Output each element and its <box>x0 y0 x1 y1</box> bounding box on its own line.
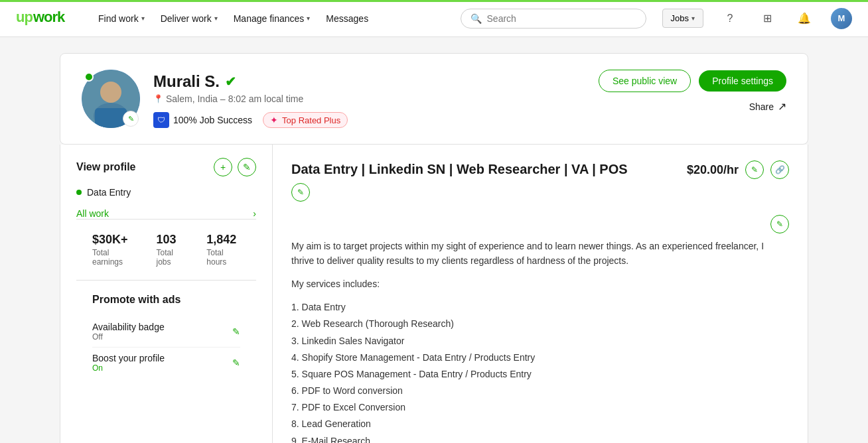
job-title-left: Data Entry | Linkedin SN | Web Researche… <box>291 160 628 202</box>
view-profile-section: View profile + ✎ Data Entry All work › <box>76 158 256 219</box>
profile-info: Murali S. ✔ 📍 Salem, India – 8:02 am loc… <box>153 70 348 128</box>
chevron-down-icon: ▾ <box>141 15 145 22</box>
bio-section: ✎ My aim is to target projects within my… <box>291 212 789 443</box>
service-item-4: 4. Shopify Store Management - Data Entry… <box>291 349 789 366</box>
content-grid: View profile + ✎ Data Entry All work › <box>60 145 808 443</box>
job-title-row: Data Entry | Linkedin SN | Web Researche… <box>291 160 789 202</box>
profile-header: ✎ Murali S. ✔ 📍 Salem, India – 8:02 am l… <box>82 70 786 128</box>
sidebar: View profile + ✎ Data Entry All work › <box>60 145 273 443</box>
service-item-2: 2. Web Research (Thorough Research) <box>291 316 789 332</box>
nav-deliver-work[interactable]: Deliver work ▾ <box>154 9 224 28</box>
see-public-view-button[interactable]: See public view <box>599 70 691 92</box>
service-item-1: 1. Data Entry <box>291 299 789 316</box>
nav-find-work[interactable]: Find work ▾ <box>92 9 151 28</box>
navbar: up work Find work ▾ Deliver work ▾ Manag… <box>0 0 868 37</box>
promote-section: Promote with ads Availability badge Off … <box>76 280 256 391</box>
job-rate-row: $20.00/hr ✎ 🔗 <box>687 160 789 179</box>
shield-icon: 🛡 <box>153 112 169 128</box>
share-icon: ↗ <box>778 100 786 113</box>
nav-messages[interactable]: Messages <box>319 9 375 28</box>
share-button[interactable]: Share ↗ <box>749 100 786 113</box>
location-icon: 📍 <box>153 94 163 103</box>
page-container: ✎ Murali S. ✔ 📍 Salem, India – 8:02 am l… <box>49 53 819 443</box>
svg-rect-5 <box>95 108 127 128</box>
top-rated-badge: ✦ Top Rated Plus <box>263 112 348 128</box>
search-bar[interactable]: 🔍 <box>461 9 646 29</box>
user-avatar[interactable]: M <box>831 8 852 29</box>
stats-row: $30K+ Total earnings 103 Total jobs 1,84… <box>76 219 256 280</box>
bio-intro: My aim is to target projects within my s… <box>291 239 789 269</box>
chevron-down-icon: ▾ <box>307 15 310 22</box>
job-title: Data Entry | Linkedin SN | Web Researche… <box>291 160 628 178</box>
grid-icon[interactable]: ⊞ <box>757 8 778 29</box>
edit-profile-button[interactable]: ✎ <box>238 158 256 176</box>
service-item-9: 9. E-Mail Research <box>291 433 789 443</box>
availability-edit-icon[interactable]: ✎ <box>232 326 240 337</box>
title-edit-button[interactable]: ✎ <box>291 183 310 202</box>
main-content: Data Entry | Linkedin SN | Web Researche… <box>273 145 808 443</box>
search-icon: 🔍 <box>470 13 482 24</box>
all-work-link[interactable]: All work › <box>76 208 256 219</box>
svg-text:work: work <box>33 9 66 25</box>
sidebar-profile-item: Data Entry <box>76 184 256 200</box>
search-input[interactable] <box>487 13 636 24</box>
chevron-down-icon: ▾ <box>214 15 218 22</box>
service-item-8: 8. Lead Generation <box>291 416 789 432</box>
job-rate: $20.00/hr <box>687 163 739 177</box>
profile-left: ✎ Murali S. ✔ 📍 Salem, India – 8:02 am l… <box>82 70 348 128</box>
chevron-right-icon: › <box>253 208 256 219</box>
rate-edit-button[interactable]: ✎ <box>745 160 764 179</box>
profile-actions: See public view Profile settings Share ↗ <box>599 70 786 113</box>
bio-edit-button[interactable]: ✎ <box>770 215 789 233</box>
online-indicator <box>84 72 94 82</box>
help-icon[interactable]: ? <box>719 8 741 29</box>
verified-badge: ✔ <box>225 74 236 90</box>
nav-links: Find work ▾ Deliver work ▾ Manage financ… <box>92 9 375 28</box>
action-buttons: See public view Profile settings <box>599 70 786 92</box>
total-earnings-stat: $30K+ Total earnings <box>92 233 135 267</box>
service-item-7: 7. PDF to Excel Conversion <box>291 399 789 416</box>
upwork-logo[interactable]: up work <box>16 7 76 30</box>
profile-card: ✎ Murali S. ✔ 📍 Salem, India – 8:02 am l… <box>60 53 808 145</box>
service-item-3: 3. Linkedin Sales Navigator <box>291 333 789 349</box>
boost-profile-item: Boost your profile On ✎ <box>92 348 240 378</box>
service-item-5: 5. Square POS Management - Data Entry / … <box>291 366 789 383</box>
profile-location: 📍 Salem, India – 8:02 am local time <box>153 94 348 104</box>
rate-link-button[interactable]: 🔗 <box>770 160 789 179</box>
active-dot <box>76 190 82 195</box>
bell-icon[interactable]: 🔔 <box>794 8 815 29</box>
sidebar-section-actions: + ✎ <box>214 158 256 176</box>
profile-badges: 🛡 100% Job Success ✦ Top Rated Plus <box>153 112 348 128</box>
total-hours-stat: 1,842 Total hours <box>206 233 240 267</box>
job-success-badge: 🛡 100% Job Success <box>153 112 252 128</box>
availability-badge-item: Availability badge Off ✎ <box>92 316 240 348</box>
add-profile-button[interactable]: + <box>214 158 232 176</box>
jobs-dropdown-button[interactable]: Jobs ▾ <box>662 9 703 28</box>
svg-text:up: up <box>16 9 33 25</box>
bio-services-header: My services includes: <box>291 277 789 291</box>
star-icon: ✦ <box>270 115 278 125</box>
avatar-edit-button[interactable]: ✎ <box>123 111 139 127</box>
chevron-down-icon: ▾ <box>691 15 695 22</box>
profile-name: Murali S. ✔ <box>153 72 348 91</box>
service-item-6: 6. PDF to Word conversion <box>291 383 789 399</box>
sidebar-section-header: View profile + ✎ <box>76 158 256 176</box>
nav-manage-finances[interactable]: Manage finances ▾ <box>227 9 317 28</box>
profile-settings-button[interactable]: Profile settings <box>699 70 786 92</box>
view-profile-label: View profile <box>76 161 136 173</box>
bio-services-list: 1. Data Entry 2. Web Research (Thorough … <box>291 299 789 443</box>
avatar-wrapper: ✎ <box>82 70 140 128</box>
total-jobs-stat: 103 Total jobs <box>157 233 186 267</box>
boost-edit-icon[interactable]: ✎ <box>232 357 240 368</box>
svg-point-3 <box>100 82 121 103</box>
